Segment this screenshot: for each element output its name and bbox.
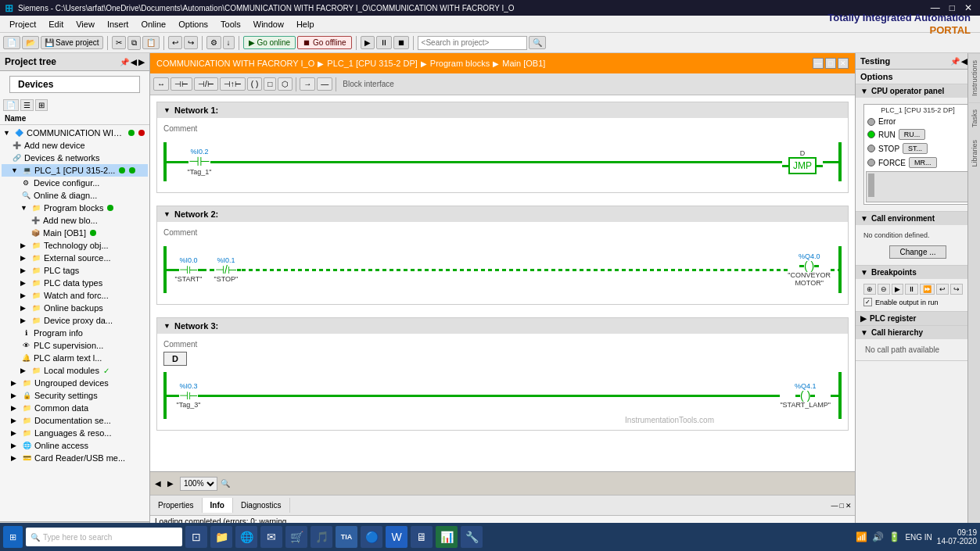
plc-register-header[interactable]: ▶ PLC register	[856, 312, 980, 325]
rp-pin-btn[interactable]: 📌	[950, 57, 960, 66]
toolbar-compile[interactable]: ⚙	[206, 36, 221, 49]
cpu-operator-header[interactable]: ▼ CPU operator panel	[856, 84, 980, 98]
menu-options[interactable]: Options	[172, 18, 214, 30]
rp-arr-btn[interactable]: ◀	[961, 57, 967, 66]
tree-item-languages[interactable]: ▶ 📁 Languages & reso...	[2, 427, 148, 439]
toolbar-copy[interactable]: ⧉	[127, 36, 141, 50]
tree-item-online-access[interactable]: ▶ 🌐 Online access	[2, 439, 148, 452]
tree-item-main-ob1[interactable]: 📦 Main [OB1]	[2, 227, 148, 239]
change-button[interactable]: Change ...	[889, 245, 946, 259]
scroll-left-btn[interactable]: ◀	[155, 479, 161, 488]
taskbar-search[interactable]: 🔍 Type here to search	[26, 528, 182, 546]
run-button[interactable]: RU...	[899, 129, 926, 140]
mres-button[interactable]: MR...	[909, 157, 937, 168]
tree-item-ext-sources[interactable]: ▶ 📁 External source...	[2, 252, 148, 264]
info-bar-min[interactable]: —	[831, 502, 838, 510]
tree-view-2[interactable]: ⊞	[35, 99, 48, 111]
tree-item-program-info[interactable]: ℹ Program info	[2, 327, 148, 339]
taskbar-music[interactable]: 🎵	[311, 526, 332, 548]
taskbar-browser[interactable]: 🌐	[235, 526, 257, 548]
tree-new-button[interactable]: 📄	[3, 99, 19, 111]
tree-item-plc-datatypes[interactable]: ▶ 📁 PLC data types	[2, 277, 148, 289]
bp-btn-4[interactable]: ⏸	[905, 284, 918, 295]
scroll-right-btn[interactable]: ▶	[167, 479, 174, 488]
start-button[interactable]: ⊞	[3, 526, 23, 548]
tree-item-local-modules[interactable]: ▶ 📁 Local modules ✓	[2, 364, 148, 377]
tree-arrow-right-button[interactable]: ▶	[138, 58, 145, 66]
tasks-strip-tasks[interactable]: Tasks	[969, 102, 980, 134]
go-online-button[interactable]: ▶ Go online	[243, 36, 296, 49]
taskbar-excel[interactable]: 📊	[436, 526, 458, 548]
enable-output-checkbox[interactable]: ✓	[863, 298, 872, 306]
tab-properties[interactable]: Properties	[150, 498, 203, 513]
lad-btn-contact-no[interactable]: ⊣⊢	[171, 77, 192, 91]
info-bar-close[interactable]: ✕	[845, 502, 852, 510]
bp-btn-1[interactable]: ⊕	[863, 284, 876, 295]
tree-item-program-blocks[interactable]: ▼ 📁 Program blocks	[2, 202, 148, 214]
win-minimize-btn[interactable]: —	[813, 58, 824, 69]
tree-item-devices-networks[interactable]: 🔗 Devices & networks	[2, 152, 148, 164]
lad-btn-open[interactable]: ⬡	[278, 77, 293, 91]
tree-item-doc-settings[interactable]: ▶ 📁 Documentation se...	[2, 414, 148, 427]
bp-btn-6[interactable]: ↩	[936, 284, 949, 295]
tree-item-device-config[interactable]: ⚙ Device configur...	[2, 177, 148, 189]
lad-btn-minus[interactable]: —	[317, 77, 332, 91]
tree-item-device-proxy[interactable]: ▶ 📁 Device proxy da...	[2, 314, 148, 327]
tree-item-online-backup[interactable]: ▶ 📁 Online backups	[2, 302, 148, 314]
taskbar-plc[interactable]: 🖥	[411, 526, 433, 548]
taskbar-word[interactable]: W	[386, 526, 407, 548]
search-input[interactable]	[418, 36, 527, 50]
bp-btn-7[interactable]: ↪	[950, 284, 963, 295]
toolbar-undo[interactable]: ↩	[168, 36, 182, 49]
taskbar-file-explorer[interactable]: 📁	[210, 526, 232, 548]
bp-btn-2[interactable]: ⊖	[878, 284, 890, 295]
taskbar-tia-portal[interactable]: TIA	[336, 526, 357, 548]
tray-network[interactable]: 📶	[856, 531, 867, 542]
lad-btn-arrow-right[interactable]: →	[300, 77, 315, 91]
menu-view[interactable]: View	[70, 18, 101, 30]
go-offline-button[interactable]: ⏹ Go offline	[297, 36, 351, 49]
lad-btn-contact-nc[interactable]: ⊣/⊢	[194, 77, 218, 91]
tree-item-online-diag[interactable]: 🔍 Online & diagn...	[2, 189, 148, 202]
lad-btn-parallel[interactable]: ⊣↑⊢	[220, 77, 246, 91]
tray-volume[interactable]: 🔊	[872, 531, 884, 542]
lad-btn-box[interactable]: □	[264, 77, 276, 91]
toolbar-start[interactable]: ▶	[361, 36, 375, 49]
tree-item-ungrouped[interactable]: ▶ 📁 Ungrouped devices	[2, 377, 148, 389]
tree-item-common-data[interactable]: ▶ 📁 Common data	[2, 402, 148, 414]
taskbar-extra[interactable]: 🔧	[461, 526, 483, 548]
tree-item-plc1[interactable]: ▼ 💻 PLC_1 [CPU 315-2...	[2, 164, 148, 177]
tasks-strip-libraries[interactable]: Libraries	[969, 134, 980, 174]
menu-project[interactable]: Project	[3, 18, 42, 30]
devices-tab[interactable]: Devices	[9, 76, 140, 93]
info-bar-controls[interactable]: — □ ✕	[831, 502, 855, 510]
tree-item-watch-force[interactable]: ▶ 📁 Watch and forc...	[2, 289, 148, 302]
toolbar-download[interactable]: ↓	[223, 36, 235, 49]
network-2-header[interactable]: ▼ Network 2:	[157, 206, 848, 222]
toolbar-redo[interactable]: ↪	[184, 36, 198, 49]
menu-tools[interactable]: Tools	[214, 18, 247, 30]
call-env-header[interactable]: ▼ Call environment	[856, 212, 980, 225]
info-bar-float[interactable]: □	[840, 502, 844, 510]
network-3-header[interactable]: ▼ Network 3:	[157, 318, 848, 334]
tree-item-root[interactable]: ▼ 🔷 COMMUNICATION WITH...	[2, 127, 148, 139]
tree-item-plc-supervision[interactable]: 👁 PLC supervision...	[2, 339, 148, 352]
tree-item-security[interactable]: ▶ 🔒 Security settings	[2, 389, 148, 402]
tree-item-tech-obj[interactable]: ▶ 📁 Technology obj...	[2, 239, 148, 252]
zoom-select[interactable]: 100% 75% 150%	[180, 477, 217, 491]
menu-online[interactable]: Online	[135, 18, 172, 30]
win-restore-btn[interactable]: □	[825, 58, 836, 69]
toolbar-cut[interactable]: ✂	[112, 36, 126, 49]
tree-item-card-reader[interactable]: ▶ 💳 Card Reader/USB me...	[2, 452, 148, 464]
tree-arrow-button[interactable]: ◀	[131, 58, 137, 66]
taskbar-mail[interactable]: ✉	[260, 526, 282, 548]
menu-window[interactable]: Window	[247, 18, 290, 30]
taskbar-store[interactable]: 🛒	[285, 526, 307, 548]
tree-view-1[interactable]: ☰	[20, 99, 34, 111]
tree-pin-button[interactable]: 📌	[120, 58, 129, 66]
tab-info[interactable]: Info	[203, 498, 233, 513]
window-controls[interactable]: — □ ✕	[813, 58, 849, 69]
call-hierarchy-header[interactable]: ▼ Call hierarchy	[856, 326, 980, 339]
save-project-button[interactable]: 💾Save project	[41, 36, 103, 49]
scroll-thumb[interactable]	[868, 174, 874, 197]
